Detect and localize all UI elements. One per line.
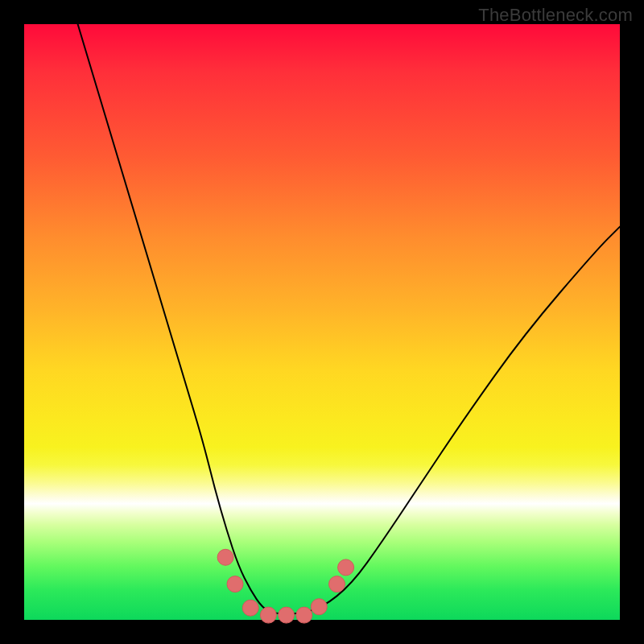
trough-marker xyxy=(217,549,233,565)
trough-marker xyxy=(311,599,327,615)
curve-layer xyxy=(78,24,620,614)
chart-plot-area xyxy=(24,24,620,620)
trough-marker xyxy=(227,576,243,592)
trough-marker xyxy=(329,576,345,592)
trough-marker xyxy=(338,559,354,576)
trough-marker xyxy=(260,607,276,623)
bottleneck-curve xyxy=(78,24,620,614)
chart-svg xyxy=(24,24,620,620)
trough-marker xyxy=(296,607,312,623)
trough-markers xyxy=(217,549,354,623)
chart-frame: TheBottleneck.com xyxy=(0,0,644,644)
trough-marker xyxy=(279,607,295,623)
trough-marker xyxy=(242,600,258,616)
watermark-text: TheBottleneck.com xyxy=(478,5,633,26)
